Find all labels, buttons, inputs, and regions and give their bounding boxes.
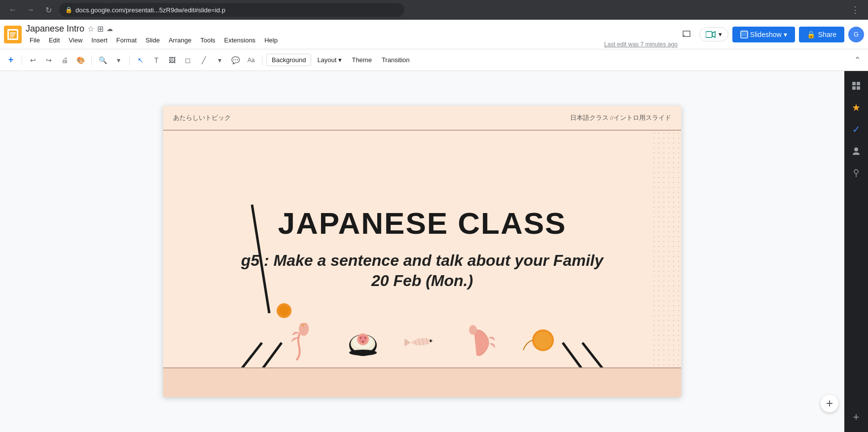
theme-button[interactable]: Theme — [348, 54, 375, 66]
image-button[interactable]: 🖼 — [165, 53, 179, 67]
zoom-button[interactable]: 🔍 — [96, 53, 109, 67]
svg-rect-3 — [10, 36, 14, 37]
slide-subtitle: g5 : Make a sentence and talk about your… — [241, 251, 603, 291]
font-button[interactable]: Aa — [244, 53, 258, 67]
svg-rect-33 — [857, 86, 860, 90]
food-shrimp — [284, 323, 324, 362]
layout-label: Layout — [317, 56, 336, 64]
svg-point-17 — [349, 350, 377, 356]
menu-arrange[interactable]: Arrange — [165, 35, 195, 45]
food-sushi-bowl — [343, 323, 383, 362]
toolbar-collapse-button[interactable]: ⌃ — [850, 53, 864, 67]
svg-rect-1 — [10, 33, 16, 34]
theme-label: Theme — [352, 56, 371, 64]
food-orange-mochi — [521, 323, 560, 362]
add-button[interactable]: + — [4, 53, 18, 67]
sidebar-icon-map[interactable] — [847, 164, 865, 181]
slide-header-right: 日本語クラス //イントロ用スライド — [570, 113, 671, 122]
svg-rect-2 — [10, 35, 15, 36]
paint-format-button[interactable]: 🎨 — [73, 53, 87, 67]
menu-edit[interactable]: Edit — [45, 35, 64, 45]
right-sidebar: ★ ✓ + — [844, 71, 868, 432]
menu-slide[interactable]: Slide — [142, 35, 164, 45]
svg-rect-4 — [706, 32, 712, 37]
zoom-dropdown[interactable]: ▾ — [111, 53, 125, 67]
browser-more-button[interactable]: ⋮ — [848, 3, 862, 17]
meet-button[interactable]: ▾ — [699, 27, 728, 41]
transition-button[interactable]: Transition — [378, 54, 414, 66]
layout-button[interactable]: Layout ▾ — [313, 54, 346, 66]
redo-button[interactable]: ↪ — [42, 53, 56, 67]
background-button[interactable]: Background — [266, 54, 311, 66]
user-avatar[interactable]: G — [848, 27, 864, 42]
share-button[interactable]: 🔒 Share — [799, 27, 844, 42]
reload-button[interactable]: ↻ — [41, 3, 55, 17]
subtitle-line2: 20 Feb (Mon.) — [241, 271, 603, 291]
menu-tools[interactable]: Tools — [196, 35, 219, 45]
svg-point-35 — [854, 170, 858, 174]
layout-chevron: ▾ — [338, 56, 342, 64]
toolbar: + ↩ ↪ 🖨 🎨 🔍 ▾ ↖ T 🖼 ◻ ╱ ▾ 💬 Aa Backgroun… — [0, 49, 868, 71]
slide[interactable]: あたらしいトピック 日本語クラス //イントロ用スライド JAPANESE CL… — [163, 106, 681, 397]
shape-button[interactable]: ◻ — [181, 53, 195, 67]
app-logo — [4, 26, 22, 43]
menu-insert[interactable]: Insert — [87, 35, 111, 45]
svg-point-20 — [469, 325, 477, 335]
svg-rect-32 — [852, 86, 856, 90]
slide-header-left: あたらしいトピック — [173, 113, 231, 122]
menu-extensions[interactable]: Extensions — [220, 35, 260, 45]
slide-panel: あたらしいトピック 日本語クラス //イントロ用スライド JAPANESE CL… — [0, 71, 844, 432]
slide-footer — [163, 367, 681, 397]
star-icon[interactable]: ☆ — [87, 24, 94, 34]
line-button[interactable]: ╱ — [197, 53, 211, 67]
slide-header: あたらしいトピック 日本語クラス //イントロ用スライド — [163, 106, 681, 131]
text-button[interactable]: T — [149, 53, 163, 67]
svg-rect-31 — [857, 82, 860, 85]
url-text: docs.google.com/presentati...5zR9dw/edit… — [75, 6, 225, 14]
cursor-button[interactable]: ↖ — [134, 53, 147, 67]
slide-title: JAPANESE CLASS — [278, 207, 567, 240]
food-shrimp2 — [462, 323, 501, 362]
separator-3 — [129, 55, 130, 65]
print-button[interactable]: 🖨 — [58, 53, 72, 67]
sidebar-icon-person[interactable] — [847, 142, 865, 160]
sidebar-icon-grid[interactable] — [847, 77, 865, 95]
doc-title[interactable]: Japanese Intro — [26, 24, 84, 34]
separator-1 — [22, 55, 22, 65]
folder-icon[interactable]: ⊞ — [97, 24, 104, 34]
slideshow-chevron: ▾ — [784, 31, 787, 38]
svg-point-22 — [534, 331, 552, 349]
sidebar-icon-star[interactable]: ★ — [847, 99, 865, 116]
line-dropdown[interactable]: ▾ — [213, 53, 226, 67]
food-fish — [402, 323, 442, 362]
sidebar-add-button[interactable]: + — [847, 408, 865, 426]
lock-icon: 🔒 — [65, 6, 72, 13]
menu-file[interactable]: File — [26, 35, 44, 45]
share-label: Share — [818, 31, 836, 38]
last-edit-text: Last edit was 7 minutes ago — [604, 41, 678, 49]
svg-marker-5 — [712, 32, 715, 37]
menu-view[interactable]: View — [65, 35, 86, 45]
share-lock-icon: 🔒 — [807, 31, 815, 38]
main-content: あたらしいトピック 日本語クラス //イントロ用スライド JAPANESE CL… — [0, 71, 868, 432]
zoom-fab[interactable] — [821, 395, 838, 412]
separator-4 — [262, 55, 262, 65]
address-bar[interactable]: 🔒 docs.google.com/presentati...5zR9dw/ed… — [59, 3, 404, 17]
svg-rect-30 — [852, 82, 856, 85]
meet-label: ▾ — [719, 31, 722, 38]
top-bar-right: ▾ Slideshow ▾ 🔒 Share G — [678, 26, 864, 43]
slides-logo-inner — [7, 29, 18, 40]
svg-point-15 — [364, 337, 366, 339]
forward-button[interactable]: → — [24, 3, 37, 17]
comment-toolbar-button[interactable]: 💬 — [228, 53, 242, 67]
menu-help[interactable]: Help — [260, 35, 282, 45]
svg-point-16 — [362, 341, 364, 343]
undo-button[interactable]: ↩ — [26, 53, 40, 67]
subtitle-line1: g5 : Make a sentence and talk about your… — [241, 251, 603, 271]
slideshow-button[interactable]: Slideshow ▾ — [732, 27, 795, 42]
comment-button[interactable] — [678, 26, 695, 43]
menu-format[interactable]: Format — [112, 35, 141, 45]
cloud-icon[interactable]: ☁ — [107, 25, 113, 33]
sidebar-icon-check[interactable]: ✓ — [847, 120, 865, 138]
back-button[interactable]: ← — [6, 3, 20, 17]
